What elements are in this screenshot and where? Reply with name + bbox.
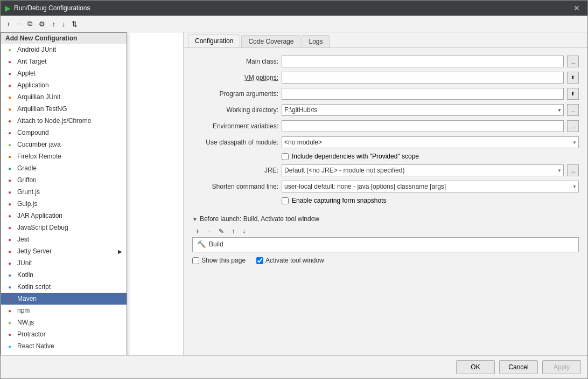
dropdown-item-maven[interactable]: ●Maven: [1, 293, 127, 305]
npm-icon: ●: [5, 306, 14, 315]
show-page-checkbox[interactable]: [192, 257, 199, 264]
before-launch-up-btn[interactable]: ↑: [228, 226, 238, 236]
grunt-js-icon: ●: [5, 188, 14, 196]
tab-code-coverage[interactable]: Code Coverage: [241, 35, 300, 47]
before-launch-add-btn[interactable]: +: [192, 226, 203, 236]
dropdown-item-remote[interactable]: ●Remote: [1, 352, 127, 355]
enable-snapshots-row: Enable capturing form snapshots: [282, 197, 579, 204]
sort-button[interactable]: ⇅: [69, 18, 80, 30]
firefox-remote-icon: ●: [5, 152, 14, 161]
move-up-button[interactable]: ↑: [49, 18, 58, 30]
application-label: Application: [17, 81, 49, 89]
grunt-js-label: Grunt.js: [17, 188, 40, 196]
move-down-button[interactable]: ↓: [59, 18, 68, 30]
gradle-icon: ●: [5, 164, 14, 173]
main-class-input[interactable]: [282, 56, 564, 67]
junit-icon: ●: [5, 259, 14, 267]
cancel-button[interactable]: Cancel: [499, 360, 538, 374]
dropdown-item-kotlin-script[interactable]: ●Kotlin script: [1, 281, 127, 293]
before-launch-remove-btn[interactable]: −: [204, 226, 215, 236]
dropdown-item-js-debug[interactable]: ●JavaScript Debug: [1, 222, 127, 233]
jetty-server-arrow: ▶: [118, 249, 122, 254]
shorten-cmd-label: Shorten command line:: [192, 183, 278, 190]
before-launch-down-btn[interactable]: ↓: [239, 226, 249, 236]
working-dir-input[interactable]: [282, 104, 564, 116]
dropdown-item-jar-application[interactable]: ●JAR Application: [1, 210, 127, 222]
kotlin-label: Kotlin: [17, 271, 33, 279]
dropdown-item-react-native[interactable]: ●React Native: [1, 340, 127, 352]
dropdown-item-arquillian-testng[interactable]: ●Arquillian TestNG: [1, 103, 127, 115]
remote-icon: ●: [5, 354, 14, 355]
classpath-select-wrapper: <no module>: [282, 136, 579, 148]
dropdown-item-grunt-js[interactable]: ●Grunt.js: [1, 186, 127, 198]
include-deps-label: Include dependencies with "Provided" sco…: [292, 153, 419, 160]
close-button[interactable]: ✕: [570, 3, 583, 13]
before-launch-edit-btn[interactable]: ✎: [215, 226, 227, 236]
compound-label: Compound: [17, 129, 49, 136]
before-launch-toolbar: + − ✎ ↑ ↓: [192, 225, 579, 237]
main-class-label: Main class:: [192, 58, 278, 65]
dropdown-item-gulp-js[interactable]: ●Gulp.js: [1, 198, 127, 210]
dropdown-item-firefox-remote[interactable]: ●Firefox Remote: [1, 150, 127, 162]
dropdown-item-kotlin[interactable]: ●Kotlin: [1, 269, 127, 281]
working-dir-browse-btn[interactable]: …: [567, 104, 579, 116]
dropdown-item-ant-target[interactable]: ●Ant Target: [1, 56, 127, 67]
apply-button[interactable]: Apply: [542, 360, 581, 374]
dropdown-item-protractor[interactable]: ●Protractor: [1, 328, 127, 340]
dropdown-item-junit[interactable]: ●JUnit: [1, 257, 127, 269]
arquillian-testng-label: Arquillian TestNG: [17, 105, 67, 113]
jre-browse-btn[interactable]: …: [567, 164, 579, 176]
add-config-button[interactable]: +: [4, 18, 13, 30]
enable-snapshots-checkbox[interactable]: [282, 197, 289, 204]
dropdown-item-npm[interactable]: ●npm: [1, 305, 127, 316]
android-junit-label: Android JUnit: [17, 46, 56, 53]
react-native-label: React Native: [17, 342, 54, 350]
env-vars-browse-btn[interactable]: …: [567, 120, 579, 132]
jest-label: Jest: [17, 236, 29, 243]
dropdown-item-application[interactable]: ●Application: [1, 79, 127, 91]
dropdown-item-arquillian-junit[interactable]: ●Arquillian JUnit: [1, 91, 127, 103]
env-vars-row: Environment variables: …: [192, 120, 579, 132]
main-content: ▶ tox Remote ▶ Application yment erver: [1, 32, 587, 355]
dropdown-item-jetty-server[interactable]: ●Jetty Server▶: [1, 245, 127, 257]
right-panel: Configuration Code Coverage Logs Main cl…: [184, 32, 587, 355]
tab-logs[interactable]: Logs: [302, 35, 330, 47]
dropdown-item-nwjs[interactable]: ●NW.js: [1, 316, 127, 328]
left-panel-inner: ▶ tox Remote ▶ Application yment erver: [1, 32, 183, 355]
dropdown-item-attach-node[interactable]: ●Attach to Node.js/Chrome: [1, 115, 127, 127]
dropdown-item-gradle[interactable]: ●Gradle: [1, 162, 127, 174]
ok-button[interactable]: OK: [456, 360, 495, 374]
copy-config-button[interactable]: ⧉: [25, 18, 35, 30]
before-launch-header[interactable]: ▼ Before launch: Build, Activate tool wi…: [192, 213, 579, 225]
cucumber-java-label: Cucumber java: [17, 141, 61, 148]
classpath-select[interactable]: <no module>: [282, 136, 579, 148]
react-native-icon: ●: [5, 342, 14, 350]
title-bar: ▶ Run/Debug Configurations ✕: [1, 1, 587, 16]
remove-config-button[interactable]: −: [15, 18, 24, 30]
before-launch-item-build[interactable]: 🔨 Build: [193, 238, 578, 250]
dropdown-item-android-junit[interactable]: ●Android JUnit: [1, 44, 127, 56]
move-config-button[interactable]: ⚙: [36, 18, 48, 30]
arquillian-junit-label: Arquillian JUnit: [17, 93, 60, 101]
jre-select[interactable]: Default (<no JRE> - module not specified…: [282, 164, 564, 176]
android-junit-icon: ●: [5, 45, 14, 54]
main-class-browse-btn[interactable]: …: [567, 56, 579, 67]
dropdown-item-compound[interactable]: ●Compound: [1, 127, 127, 139]
vm-options-expand-btn[interactable]: ⬆: [567, 72, 579, 84]
gulp-js-label: Gulp.js: [17, 200, 37, 208]
dropdown-item-cucumber-java[interactable]: ●Cucumber java: [1, 139, 127, 150]
program-args-input[interactable]: [282, 88, 564, 100]
kotlin-script-icon: ●: [5, 282, 14, 291]
dropdown-item-jest[interactable]: ●Jest: [1, 233, 127, 245]
env-vars-input[interactable]: [282, 120, 564, 132]
activate-window-checkbox[interactable]: [256, 257, 263, 264]
shorten-cmd-select[interactable]: user-local default: none - java [options…: [282, 181, 579, 192]
vm-options-label: VM options:: [192, 74, 278, 81]
vm-options-input[interactable]: [282, 72, 564, 84]
dropdown-item-griffon[interactable]: ●Griffon: [1, 174, 127, 186]
dropdown-item-applet[interactable]: ●Applet: [1, 67, 127, 79]
program-args-expand-btn[interactable]: ⬆: [567, 88, 579, 100]
tab-configuration[interactable]: Configuration: [188, 35, 240, 47]
include-deps-checkbox[interactable]: [282, 153, 289, 160]
arquillian-testng-icon: ●: [5, 105, 14, 113]
